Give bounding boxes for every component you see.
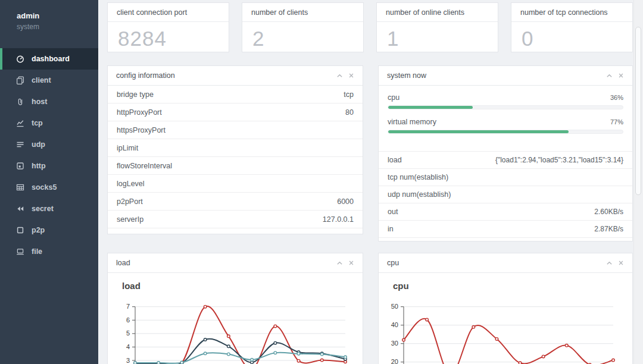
line-chart-icon bbox=[16, 119, 26, 127]
panel-title: cpu bbox=[387, 259, 399, 267]
system-row: out2.60KB/s bbox=[379, 203, 632, 221]
stat-card-number-of-tcp-connections: number of tcp connections 0 bbox=[511, 2, 633, 52]
user-block: admin system bbox=[0, 0, 98, 31]
panel-tools bbox=[606, 73, 624, 79]
dashboard-icon bbox=[16, 55, 26, 63]
sidebar-item-label: udp bbox=[32, 140, 45, 149]
panel-title: system now bbox=[387, 71, 426, 80]
system-key: in bbox=[388, 225, 394, 233]
load-chart: load 34567 bbox=[108, 273, 363, 364]
sidebar-item-http[interactable]: http bbox=[0, 155, 98, 177]
system-rows: load{"load1":2.94,"load5":3.21,"load15":… bbox=[379, 151, 632, 238]
collapse-icon[interactable] bbox=[336, 260, 343, 266]
scrollbar-thumb[interactable] bbox=[635, 27, 641, 195]
system-value: {"load1":2.94,"load5":3.21,"load15":3.14… bbox=[495, 156, 623, 164]
paperclip-icon bbox=[16, 98, 26, 106]
cpu-chart: cpu 20304050 bbox=[379, 273, 632, 364]
client-icon bbox=[16, 76, 26, 84]
cpu-chart-canvas: 20304050 bbox=[379, 273, 632, 364]
panel-header: cpu bbox=[379, 253, 632, 273]
svg-text:4: 4 bbox=[126, 343, 130, 350]
sidebar-item-udp[interactable]: udp bbox=[0, 134, 98, 155]
system-key: udp num(establish) bbox=[388, 190, 451, 199]
scrollbar-track[interactable] bbox=[633, 0, 643, 364]
stat-card-number-of-online-clients: number of online clients 1 bbox=[376, 2, 498, 52]
svg-text:40: 40 bbox=[391, 321, 398, 328]
collapse-icon[interactable] bbox=[336, 73, 343, 79]
chart-title: cpu bbox=[393, 281, 409, 291]
system-row: in2.87KB/s bbox=[379, 221, 632, 238]
monitor-icon bbox=[16, 247, 26, 256]
panel-tools bbox=[336, 73, 354, 79]
main-content: client connection port 8284 number of cl… bbox=[98, 0, 643, 364]
sidebar-item-file[interactable]: file bbox=[0, 241, 98, 262]
config-row: serverIp127.0.0.1 bbox=[108, 211, 363, 228]
progress-bar-track bbox=[388, 105, 623, 109]
svg-text:5: 5 bbox=[126, 330, 130, 337]
system-row: tcp num(establish) bbox=[379, 169, 632, 186]
svg-text:20: 20 bbox=[391, 358, 398, 364]
system-gauges: cpu 36% virtual memory 77% bbox=[379, 86, 632, 143]
stat-card-label: number of tcp connections bbox=[511, 3, 632, 22]
user-name: admin bbox=[17, 11, 98, 20]
panel-tools bbox=[606, 260, 624, 266]
system-key: load bbox=[388, 156, 402, 164]
sidebar-item-label: tcp bbox=[32, 119, 43, 127]
config-rows: bridge typetcp httpProxyPort80 httpsProx… bbox=[108, 86, 363, 228]
stat-card-client-connection-port: client connection port 8284 bbox=[107, 2, 229, 52]
panel-title: load bbox=[116, 259, 130, 267]
config-key: ipLimit bbox=[117, 144, 138, 152]
sidebar-item-p2p[interactable]: p2p bbox=[0, 219, 98, 241]
stat-card-label: client connection port bbox=[108, 3, 229, 22]
sidebar-item-tcp[interactable]: tcp bbox=[0, 112, 98, 134]
sidebar-item-label: socks5 bbox=[32, 183, 57, 192]
svg-text:6: 6 bbox=[126, 316, 130, 324]
config-key: flowStoreInterval bbox=[117, 162, 172, 170]
cpu-gauge: cpu 36% bbox=[388, 93, 623, 109]
stat-card-value: 0 bbox=[511, 22, 632, 55]
table-icon bbox=[16, 183, 26, 192]
config-row: logLevel bbox=[108, 175, 363, 193]
panel-title: config information bbox=[116, 71, 175, 80]
square-badge-icon bbox=[16, 162, 26, 170]
config-row: ipLimit bbox=[108, 139, 363, 157]
sidebar-item-client[interactable]: client bbox=[0, 70, 98, 91]
config-value: 127.0.0.1 bbox=[323, 215, 354, 224]
config-row: bridge typetcp bbox=[108, 86, 363, 103]
svg-text:3: 3 bbox=[126, 357, 130, 364]
system-key: tcp num(establish) bbox=[388, 173, 448, 181]
virtual-memory-gauge: virtual memory 77% bbox=[388, 118, 623, 134]
sidebar-item-host[interactable]: host bbox=[0, 91, 98, 112]
svg-text:7: 7 bbox=[126, 303, 130, 310]
close-icon[interactable] bbox=[618, 73, 624, 79]
close-icon[interactable] bbox=[618, 260, 624, 266]
sidebar-item-label: dashboard bbox=[32, 55, 70, 63]
sidebar-item-socks5[interactable]: socks5 bbox=[0, 177, 98, 198]
gauge-percent: 77% bbox=[610, 118, 623, 125]
config-row: p2pPort6000 bbox=[108, 193, 363, 211]
config-key: bridge type bbox=[117, 90, 154, 99]
config-row: httpsProxyPort bbox=[108, 121, 363, 139]
system-key: out bbox=[388, 208, 398, 216]
sidebar-item-label: host bbox=[32, 98, 47, 106]
collapse-icon[interactable] bbox=[606, 260, 613, 266]
sidebar-item-secret[interactable]: secret bbox=[0, 198, 98, 219]
stat-card-label: number of clients bbox=[242, 3, 363, 22]
gauge-label: virtual memory bbox=[388, 118, 436, 126]
progress-bar-fill bbox=[388, 130, 569, 133]
close-icon[interactable] bbox=[348, 73, 354, 79]
sidebar-item-dashboard[interactable]: dashboard bbox=[0, 48, 98, 70]
progress-bar-track bbox=[388, 130, 623, 134]
close-icon[interactable] bbox=[348, 260, 354, 266]
sidebar-item-label: secret bbox=[32, 205, 54, 213]
chart-title: load bbox=[122, 281, 141, 291]
sidebar: admin system dashboard client host tcp bbox=[0, 0, 98, 364]
stat-cards-row: client connection port 8284 number of cl… bbox=[107, 2, 633, 52]
panel-header: load bbox=[108, 253, 363, 273]
config-row: httpProxyPort80 bbox=[108, 103, 363, 121]
collapse-icon[interactable] bbox=[606, 73, 613, 79]
sidebar-item-label: http bbox=[32, 162, 46, 170]
system-now-panel: system now cpu 36% virtual memory 77% bbox=[378, 65, 633, 241]
config-key: logLevel bbox=[117, 180, 145, 188]
user-role: system bbox=[17, 23, 98, 31]
